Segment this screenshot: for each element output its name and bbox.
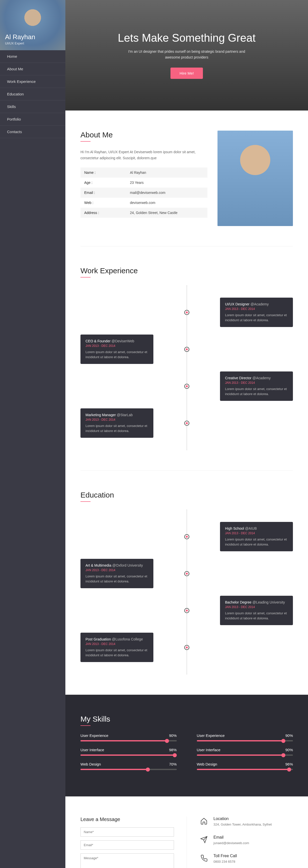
timeline-card: Creative Director @AcademyJAN 2013 - DEC… <box>220 371 293 401</box>
info-key: Email : <box>80 188 126 198</box>
contact-item: Location324, Golden Tower, Amborkhana, S… <box>199 816 293 826</box>
skill-item: Web Design96% <box>197 762 293 770</box>
timeline-card: Bachelor Degree @Leading UniversityJAN 2… <box>220 596 293 625</box>
contact-section: Leave a Message Hire Me! Location324, Go… <box>65 797 308 868</box>
hero-title: Lets Make Something Great <box>118 32 256 44</box>
skill-pct: 90% <box>285 748 293 752</box>
skill-item: User Interface98% <box>80 748 177 756</box>
name-input[interactable] <box>80 827 174 837</box>
timeline-dot-icon <box>184 384 189 389</box>
skill-fill <box>80 769 148 770</box>
tl-title: UI/UX Designer @Academy <box>225 302 288 306</box>
underline <box>80 501 90 502</box>
work-timeline: UI/UX Designer @AcademyJAN 2013 - DEC 20… <box>80 285 293 450</box>
timeline-row: Bachelor Degree @Leading UniversityJAN 2… <box>80 596 293 625</box>
skill-pct: 90% <box>169 733 176 738</box>
skill-pct: 90% <box>285 733 293 738</box>
work-section: Work Experience UI/UX Designer @AcademyJ… <box>65 246 308 470</box>
timeline-row: Creative Director @AcademyJAN 2013 - DEC… <box>80 371 293 401</box>
skills-col-left: User Experience90%User Interface98%Web D… <box>80 733 177 776</box>
underline <box>80 141 90 142</box>
nav-item-skills[interactable]: Skills <box>0 100 65 113</box>
timeline-dot-icon <box>184 347 189 352</box>
timeline-dot-icon <box>184 421 189 426</box>
hire-button[interactable]: Hire Me! <box>170 68 203 79</box>
edu-section: Education High School @AIUBJAN 2013 - DE… <box>65 471 308 695</box>
info-row: Age :23 Years <box>80 178 207 188</box>
tl-date: JAN 2013 - DEC 2014 <box>85 642 148 646</box>
timeline-card: UI/UX Designer @AcademyJAN 2013 - DEC 20… <box>220 298 293 327</box>
contact-item-title: Email <box>214 835 249 840</box>
phone-icon <box>199 854 208 863</box>
info-row: Email :mail@deviserweb.com <box>80 188 207 198</box>
skill-name: Web Design <box>197 762 217 766</box>
info-val: mail@deviserweb.com <box>126 188 207 198</box>
skill-bar <box>197 754 293 756</box>
skill-fill <box>80 754 175 756</box>
timeline-row: High School @AIUBJAN 2013 - DEC 2014Lore… <box>80 522 293 551</box>
contact-item-title: Location <box>214 816 272 821</box>
skill-name: User Experience <box>80 733 108 738</box>
nav-item-home[interactable]: Home <box>0 50 65 63</box>
timeline-dot-icon <box>184 534 189 539</box>
skill-pct: 70% <box>169 762 176 766</box>
message-input[interactable] <box>80 854 174 868</box>
hero-subtitle: I'm an UI designer that prides ourself o… <box>121 49 252 60</box>
tl-date: JAN 2013 - DEC 2014 <box>85 568 148 572</box>
nav-item-portfolio[interactable]: Portfolio <box>0 113 65 126</box>
skill-fill <box>197 754 283 756</box>
tl-title: High School @AIUB <box>225 526 288 530</box>
info-table: Name :Al RayhanAge :23 YearsEmail :mail@… <box>80 167 207 218</box>
about-photo <box>218 131 293 226</box>
contact-item-text: 0800 234 6578 <box>214 860 237 864</box>
skill-fill <box>197 769 289 770</box>
skill-pct: 96% <box>285 762 293 766</box>
contact-item-text: 324, Golden Tower, Amborkhana, Sylhet <box>214 823 272 826</box>
nav-item-contacts[interactable]: Contacts <box>0 126 65 138</box>
underline <box>80 725 90 726</box>
edu-timeline: High School @AIUBJAN 2013 - DEC 2014Lore… <box>80 509 293 675</box>
info-row: Web :deviserweb.com <box>80 198 207 208</box>
main-content: Lets Make Something Great I'm an UI desi… <box>65 0 308 868</box>
send-icon <box>199 835 208 844</box>
profile-name: Al Rayhan <box>5 33 35 41</box>
home-icon <box>199 816 208 826</box>
tl-date: JAN 2013 - DEC 2014 <box>85 344 148 348</box>
nav-item-education[interactable]: Education <box>0 88 65 100</box>
info-key: Age : <box>80 178 126 188</box>
info-val: deviserweb.com <box>126 198 207 208</box>
tl-body: Lorem ipsum dolor sit amet, consectetur … <box>225 313 288 322</box>
timeline-dot-icon <box>184 310 189 315</box>
skill-name: User Experience <box>197 733 225 738</box>
nav-item-about-me[interactable]: About Me <box>0 63 65 75</box>
tl-date: JAN 2013 - DEC 2014 <box>225 381 288 384</box>
timeline-row: Art & Multimedia @Oxford UniversityJAN 2… <box>80 559 293 588</box>
timeline-card: CEO & Founder @DeviserWebJAN 2013 - DEC … <box>80 335 153 364</box>
timeline-dot-icon <box>184 608 189 613</box>
contact-form: Hire Me! <box>80 827 174 868</box>
edu-title: Education <box>80 491 293 499</box>
skill-bar <box>80 740 177 741</box>
tl-title: Creative Director @Academy <box>225 376 288 380</box>
skill-pct: 98% <box>169 748 176 752</box>
tl-title: CEO & Founder @DeviserWeb <box>85 339 148 343</box>
skill-item: Web Design70% <box>80 762 177 770</box>
skill-bar <box>80 754 177 756</box>
timeline-card: Art & Multimedia @Oxford UniversityJAN 2… <box>80 559 153 588</box>
tl-date: JAN 2013 - DEC 2014 <box>225 531 288 535</box>
nav-item-work-experience[interactable]: Work Experience <box>0 75 65 88</box>
hero: Lets Make Something Great I'm an UI desi… <box>65 0 308 111</box>
email-input[interactable] <box>80 840 174 850</box>
timeline-dot-icon <box>184 571 189 576</box>
underline <box>80 277 90 278</box>
timeline-card: High School @AIUBJAN 2013 - DEC 2014Lore… <box>220 522 293 551</box>
skills-section: My Skills User Experience90%User Interfa… <box>65 695 308 797</box>
timeline-row: Post Graduation @Lusofona CollegeJAN 201… <box>80 633 293 662</box>
about-section: About Me Hi I'm Al Rayhan, UI/UX Expert … <box>65 111 308 246</box>
tl-title: Art & Multimedia @Oxford University <box>85 563 148 567</box>
timeline-row: Marketing Manager @StarLabJAN 2013 - DEC… <box>80 408 293 438</box>
contact-info: Location324, Golden Tower, Amborkhana, S… <box>187 816 293 868</box>
skill-name: User Interface <box>197 748 221 752</box>
info-val: 24, Golden Street, New Castle <box>126 208 207 218</box>
info-key: Address : <box>80 208 126 218</box>
